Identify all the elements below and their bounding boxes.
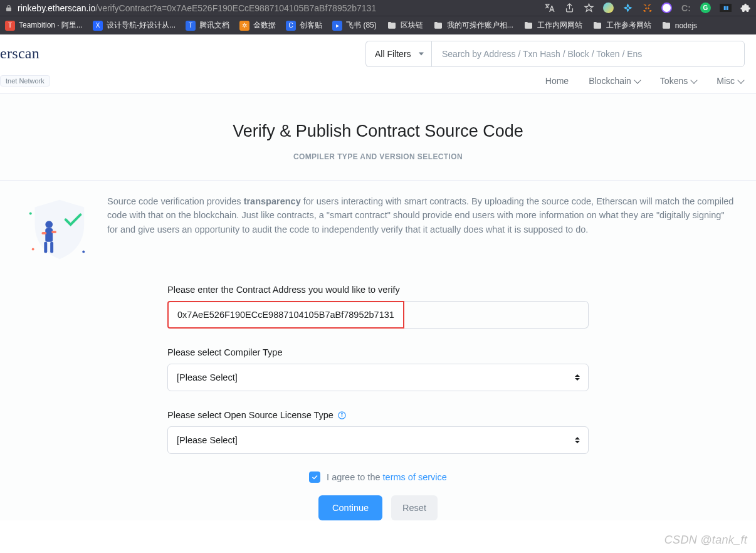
site-header: erscan All Filters tnet Network Home Blo…: [0, 34, 756, 94]
ext-icon-1[interactable]: [603, 3, 614, 13]
ext-icon-6[interactable]: G: [700, 3, 711, 13]
ext-icon-7[interactable]: ▮▮: [720, 4, 732, 12]
license-label: Please select Open Source License Type: [167, 410, 589, 420]
intro-text: Source code verification provides transp…: [107, 194, 737, 236]
select-arrows-icon: [575, 374, 580, 381]
license-type-select[interactable]: [Please Select]: [167, 426, 589, 454]
url-path: /verifyContract?a=0x7AeE526F190ECcE98871…: [95, 3, 376, 13]
search-input[interactable]: [431, 41, 745, 67]
ext-icon-4[interactable]: [661, 3, 672, 13]
nav-misc[interactable]: Misc: [717, 76, 743, 86]
watermark: CSDN @tank_ft: [664, 534, 747, 547]
contract-address-input[interactable]: [167, 301, 404, 329]
url-host: rinkeby.etherscan.io: [18, 3, 95, 13]
bookmark-item[interactable]: TTeambition · 阿里...: [5, 20, 83, 31]
main-nav: Home Blockchain Tokens Misc: [11, 67, 745, 93]
page-title: Verify & Publish Contract Source Code: [0, 122, 756, 141]
terms-link[interactable]: terms of service: [383, 472, 447, 482]
reset-button[interactable]: Reset: [391, 495, 438, 520]
verify-illustration: [19, 194, 93, 263]
svg-point-6: [32, 248, 34, 250]
nav-home[interactable]: Home: [545, 76, 569, 86]
svg-rect-1: [45, 228, 53, 242]
star-icon[interactable]: [584, 3, 594, 13]
compiler-label: Please select Compiler Type: [167, 347, 589, 357]
svg-rect-4: [44, 242, 47, 253]
bookmark-item[interactable]: C创客贴: [286, 20, 322, 31]
chevron-down-icon: [737, 76, 744, 83]
continue-button[interactable]: Continue: [318, 495, 382, 520]
svg-point-11: [342, 413, 342, 414]
bookmark-folder[interactable]: 工作参考网站: [592, 20, 651, 31]
bookmark-folder[interactable]: nodejs: [661, 21, 697, 31]
bookmark-item[interactable]: T腾讯文档: [186, 20, 229, 31]
bookmark-item[interactable]: X设计导航-好设计从...: [93, 20, 176, 31]
bookmark-item[interactable]: ▸飞书 (85): [332, 20, 377, 31]
bookmark-item[interactable]: ✲金数据: [239, 20, 276, 31]
page-body: Verify & Publish Contract Source Code CO…: [0, 94, 756, 520]
agree-checkbox[interactable]: [309, 471, 320, 483]
address-label: Please enter the Contract Address you wo…: [167, 285, 589, 295]
nav-blockchain[interactable]: Blockchain: [589, 76, 640, 86]
extensions-icon[interactable]: [740, 3, 751, 13]
nav-tokens[interactable]: Tokens: [660, 76, 696, 86]
verify-form: Please enter the Contract Address you wo…: [162, 285, 594, 520]
svg-rect-2: [41, 232, 46, 234]
bookmark-folder[interactable]: 我的可操作账户相...: [433, 20, 513, 31]
agree-text: I agree to the terms of service: [327, 472, 447, 482]
metamask-icon[interactable]: [642, 3, 653, 13]
search-wrap: All Filters: [365, 41, 745, 67]
chevron-down-icon: [691, 76, 698, 83]
chevron-down-icon: [634, 76, 641, 83]
browser-url-bar: rinkeby.etherscan.io /verifyContract?a=0…: [0, 0, 756, 16]
page-subtitle: COMPILER TYPE AND VERSION SELECTION: [0, 152, 756, 161]
bookmarks-bar: TTeambition · 阿里... X设计导航-好设计从... T腾讯文档 …: [0, 16, 756, 34]
ext-icon-5[interactable]: C:: [681, 3, 691, 13]
address-input-extension[interactable]: [404, 301, 589, 329]
info-icon[interactable]: [337, 411, 347, 420]
share-icon[interactable]: [564, 3, 575, 13]
svg-point-7: [82, 250, 85, 253]
compiler-type-select[interactable]: [Please Select]: [167, 364, 589, 391]
translate-icon[interactable]: [545, 3, 555, 13]
svg-rect-3: [51, 231, 56, 233]
network-badge: tnet Network: [0, 75, 50, 87]
etherscan-logo[interactable]: erscan: [0, 45, 39, 62]
svg-rect-5: [50, 242, 53, 253]
ext-icon-2[interactable]: [622, 3, 633, 13]
search-filter-select[interactable]: All Filters: [365, 41, 431, 67]
svg-point-8: [29, 212, 32, 214]
svg-point-0: [45, 221, 53, 228]
select-arrows-icon: [575, 437, 580, 443]
bookmark-folder[interactable]: 区块链: [387, 20, 423, 31]
lock-icon: [5, 4, 13, 12]
bookmark-folder[interactable]: 工作内网网站: [523, 20, 582, 31]
